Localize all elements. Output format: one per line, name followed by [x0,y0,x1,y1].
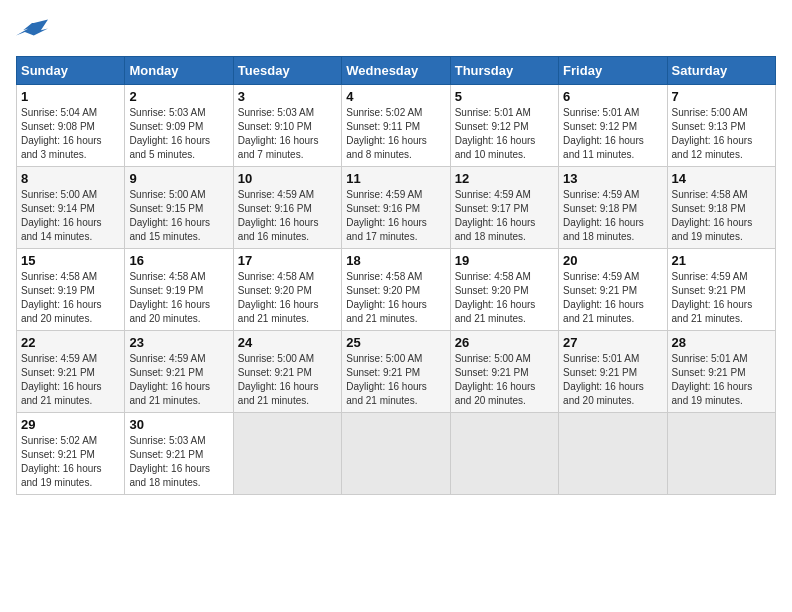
calendar-cell: 10Sunrise: 4:59 AMSunset: 9:16 PMDayligh… [233,167,341,249]
calendar-cell: 14Sunrise: 4:58 AMSunset: 9:18 PMDayligh… [667,167,775,249]
day-number: 2 [129,89,228,104]
day-info: Sunrise: 5:00 AMSunset: 9:13 PMDaylight:… [672,106,771,162]
day-number: 25 [346,335,445,350]
calendar-cell: 15Sunrise: 4:58 AMSunset: 9:19 PMDayligh… [17,249,125,331]
day-number: 1 [21,89,120,104]
calendar-cell: 3Sunrise: 5:03 AMSunset: 9:10 PMDaylight… [233,85,341,167]
calendar-cell: 12Sunrise: 4:59 AMSunset: 9:17 PMDayligh… [450,167,558,249]
calendar-cell: 24Sunrise: 5:00 AMSunset: 9:21 PMDayligh… [233,331,341,413]
calendar-table: SundayMondayTuesdayWednesdayThursdayFrid… [16,56,776,495]
calendar-cell: 18Sunrise: 4:58 AMSunset: 9:20 PMDayligh… [342,249,450,331]
day-number: 11 [346,171,445,186]
calendar-cell: 30Sunrise: 5:03 AMSunset: 9:21 PMDayligh… [125,413,233,495]
calendar-cell: 1Sunrise: 5:04 AMSunset: 9:08 PMDaylight… [17,85,125,167]
day-number: 27 [563,335,662,350]
day-info: Sunrise: 4:58 AMSunset: 9:20 PMDaylight:… [455,270,554,326]
calendar-cell: 19Sunrise: 4:58 AMSunset: 9:20 PMDayligh… [450,249,558,331]
logo [16,16,52,48]
day-info: Sunrise: 4:58 AMSunset: 9:19 PMDaylight:… [129,270,228,326]
calendar-cell: 23Sunrise: 4:59 AMSunset: 9:21 PMDayligh… [125,331,233,413]
day-info: Sunrise: 5:03 AMSunset: 9:10 PMDaylight:… [238,106,337,162]
calendar-cell: 6Sunrise: 5:01 AMSunset: 9:12 PMDaylight… [559,85,667,167]
day-info: Sunrise: 4:58 AMSunset: 9:19 PMDaylight:… [21,270,120,326]
day-info: Sunrise: 5:01 AMSunset: 9:12 PMDaylight:… [563,106,662,162]
day-number: 22 [21,335,120,350]
calendar-cell: 26Sunrise: 5:00 AMSunset: 9:21 PMDayligh… [450,331,558,413]
day-info: Sunrise: 5:00 AMSunset: 9:21 PMDaylight:… [238,352,337,408]
day-info: Sunrise: 5:00 AMSunset: 9:21 PMDaylight:… [346,352,445,408]
svg-marker-0 [16,20,48,36]
calendar-cell: 22Sunrise: 4:59 AMSunset: 9:21 PMDayligh… [17,331,125,413]
day-info: Sunrise: 5:01 AMSunset: 9:12 PMDaylight:… [455,106,554,162]
calendar-cell [559,413,667,495]
day-info: Sunrise: 5:01 AMSunset: 9:21 PMDaylight:… [672,352,771,408]
calendar-cell: 20Sunrise: 4:59 AMSunset: 9:21 PMDayligh… [559,249,667,331]
day-number: 17 [238,253,337,268]
day-header-tuesday: Tuesday [233,57,341,85]
day-info: Sunrise: 5:02 AMSunset: 9:21 PMDaylight:… [21,434,120,490]
logo-icon [16,16,48,48]
day-number: 18 [346,253,445,268]
day-number: 12 [455,171,554,186]
day-info: Sunrise: 5:02 AMSunset: 9:11 PMDaylight:… [346,106,445,162]
calendar-cell: 13Sunrise: 4:59 AMSunset: 9:18 PMDayligh… [559,167,667,249]
day-number: 8 [21,171,120,186]
day-header-saturday: Saturday [667,57,775,85]
day-number: 24 [238,335,337,350]
day-number: 20 [563,253,662,268]
day-number: 6 [563,89,662,104]
calendar-cell: 17Sunrise: 4:58 AMSunset: 9:20 PMDayligh… [233,249,341,331]
day-number: 9 [129,171,228,186]
day-header-monday: Monday [125,57,233,85]
calendar-cell: 7Sunrise: 5:00 AMSunset: 9:13 PMDaylight… [667,85,775,167]
calendar-week-row: 22Sunrise: 4:59 AMSunset: 9:21 PMDayligh… [17,331,776,413]
day-header-wednesday: Wednesday [342,57,450,85]
day-info: Sunrise: 5:00 AMSunset: 9:14 PMDaylight:… [21,188,120,244]
day-number: 13 [563,171,662,186]
calendar-cell [233,413,341,495]
day-info: Sunrise: 5:04 AMSunset: 9:08 PMDaylight:… [21,106,120,162]
day-info: Sunrise: 4:59 AMSunset: 9:17 PMDaylight:… [455,188,554,244]
day-header-friday: Friday [559,57,667,85]
day-info: Sunrise: 5:00 AMSunset: 9:21 PMDaylight:… [455,352,554,408]
calendar-cell: 2Sunrise: 5:03 AMSunset: 9:09 PMDaylight… [125,85,233,167]
calendar-week-row: 15Sunrise: 4:58 AMSunset: 9:19 PMDayligh… [17,249,776,331]
day-header-sunday: Sunday [17,57,125,85]
day-number: 29 [21,417,120,432]
day-number: 15 [21,253,120,268]
day-number: 23 [129,335,228,350]
day-number: 3 [238,89,337,104]
calendar-cell [667,413,775,495]
day-number: 26 [455,335,554,350]
day-number: 4 [346,89,445,104]
calendar-header-row: SundayMondayTuesdayWednesdayThursdayFrid… [17,57,776,85]
calendar-cell: 5Sunrise: 5:01 AMSunset: 9:12 PMDaylight… [450,85,558,167]
day-number: 30 [129,417,228,432]
day-info: Sunrise: 4:59 AMSunset: 9:21 PMDaylight:… [129,352,228,408]
day-info: Sunrise: 5:01 AMSunset: 9:21 PMDaylight:… [563,352,662,408]
calendar-cell: 8Sunrise: 5:00 AMSunset: 9:14 PMDaylight… [17,167,125,249]
calendar-week-row: 8Sunrise: 5:00 AMSunset: 9:14 PMDaylight… [17,167,776,249]
calendar-cell: 25Sunrise: 5:00 AMSunset: 9:21 PMDayligh… [342,331,450,413]
day-info: Sunrise: 5:03 AMSunset: 9:09 PMDaylight:… [129,106,228,162]
day-number: 5 [455,89,554,104]
day-info: Sunrise: 4:59 AMSunset: 9:21 PMDaylight:… [672,270,771,326]
day-info: Sunrise: 5:00 AMSunset: 9:15 PMDaylight:… [129,188,228,244]
day-number: 10 [238,171,337,186]
calendar-cell: 4Sunrise: 5:02 AMSunset: 9:11 PMDaylight… [342,85,450,167]
day-info: Sunrise: 4:59 AMSunset: 9:21 PMDaylight:… [563,270,662,326]
calendar-cell: 28Sunrise: 5:01 AMSunset: 9:21 PMDayligh… [667,331,775,413]
calendar-cell: 27Sunrise: 5:01 AMSunset: 9:21 PMDayligh… [559,331,667,413]
calendar-cell [450,413,558,495]
day-info: Sunrise: 4:58 AMSunset: 9:20 PMDaylight:… [238,270,337,326]
calendar-cell: 16Sunrise: 4:58 AMSunset: 9:19 PMDayligh… [125,249,233,331]
calendar-week-row: 29Sunrise: 5:02 AMSunset: 9:21 PMDayligh… [17,413,776,495]
day-number: 16 [129,253,228,268]
day-number: 7 [672,89,771,104]
calendar-week-row: 1Sunrise: 5:04 AMSunset: 9:08 PMDaylight… [17,85,776,167]
calendar-cell [342,413,450,495]
day-number: 14 [672,171,771,186]
calendar-cell: 9Sunrise: 5:00 AMSunset: 9:15 PMDaylight… [125,167,233,249]
day-info: Sunrise: 4:58 AMSunset: 9:18 PMDaylight:… [672,188,771,244]
day-number: 21 [672,253,771,268]
